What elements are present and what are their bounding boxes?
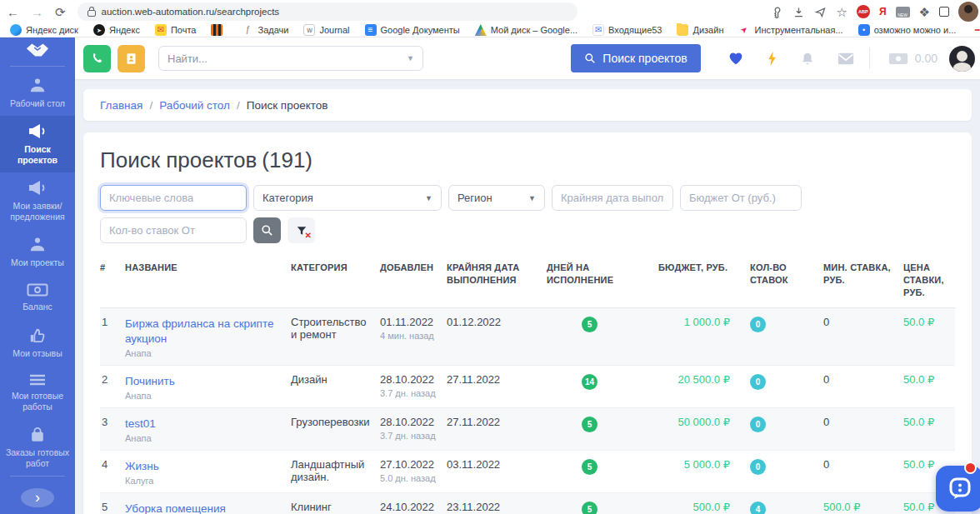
new-extension-icon[interactable]: NEW xyxy=(896,7,910,17)
window-icon[interactable] xyxy=(939,7,949,17)
search-icon xyxy=(261,224,273,237)
quick-search-select[interactable]: Найти... ▼ xyxy=(158,46,423,71)
bookmark-icon xyxy=(303,24,315,36)
bookmark-label: Journal xyxy=(319,25,349,35)
bookmark-icon xyxy=(211,24,222,36)
project-name-link[interactable]: test01 xyxy=(125,417,156,430)
megaphone-icon xyxy=(28,123,48,140)
banknote-icon xyxy=(27,282,48,297)
sidebar-item-orders-finished-works[interactable]: Заказы готовых работ xyxy=(0,419,75,476)
bookmark-item[interactable]: Яндекс xyxy=(93,24,140,36)
megaphone-icon xyxy=(28,180,48,197)
bookmark-item[interactable]: Инструментальная... xyxy=(738,24,842,36)
bookmark-label: Яндекс диск xyxy=(26,25,78,35)
sidebar-item-balance[interactable]: Баланс xyxy=(0,275,75,319)
boost-bolt-icon[interactable] xyxy=(767,51,778,67)
user-avatar[interactable] xyxy=(949,46,975,72)
back-icon[interactable]: ← xyxy=(7,6,19,18)
chevron-down-icon: ▼ xyxy=(522,194,536,202)
budget-value: 500.0 ₽ xyxy=(658,501,743,513)
bookmark-item[interactable]: Задачи xyxy=(242,24,288,36)
search-icon xyxy=(584,52,596,64)
apply-filters-button[interactable] xyxy=(253,217,281,243)
favorites-heart-icon[interactable] xyxy=(728,51,744,66)
added-ago: 4 мин. назад xyxy=(380,331,440,341)
chevron-down-icon: ▼ xyxy=(407,54,414,62)
clear-filters-button[interactable]: ✕ xyxy=(288,217,315,243)
budget-value: 50 000.0 ₽ xyxy=(658,416,743,428)
forward-icon[interactable]: → xyxy=(31,6,43,18)
balance-indicator[interactable]: 0.00 xyxy=(888,52,938,65)
sidebar-item-my-reviews[interactable]: Мои отзывы xyxy=(0,320,75,366)
address-book-icon xyxy=(125,52,138,65)
bookmark-item[interactable]: Google Документы xyxy=(365,24,460,36)
bookmark-item[interactable]: Journal xyxy=(303,24,349,36)
project-name-link[interactable]: Уборка помещения xyxy=(125,502,226,514)
bookmark-item[interactable]: Дизайн xyxy=(677,24,723,36)
bookmark-item[interactable]: Мой диск – Google... xyxy=(475,24,578,36)
project-name-link[interactable]: Жизнь xyxy=(125,460,159,472)
bookmark-icon xyxy=(858,24,870,36)
bookmark-label: Мой диск – Google... xyxy=(491,25,578,35)
bookmark-item[interactable]: Почта xyxy=(155,24,197,36)
bookmark-star-icon[interactable]: ☆ xyxy=(836,6,847,18)
notifications-bell-icon[interactable] xyxy=(800,51,815,67)
bookmark-icon xyxy=(10,24,22,36)
days-badge: 5 xyxy=(582,317,598,332)
project-name-link[interactable]: Биржа фриланса на скрипте аукцион xyxy=(125,317,273,345)
project-name-link[interactable]: Починить xyxy=(125,375,175,387)
project-city: Анапа xyxy=(125,433,284,443)
adblock-extension-icon[interactable]: ABP xyxy=(857,5,870,18)
bookmark-item[interactable]: Яндекс диск xyxy=(10,24,78,36)
table-row: 4 Жизнь Калуга Ландшафтный дизайн. 27.10… xyxy=(100,451,955,493)
results-count: (191) xyxy=(262,147,312,173)
extensions-puzzle-icon[interactable]: ❖ xyxy=(919,6,930,18)
app-logo[interactable] xyxy=(0,37,75,62)
sidebar: Рабочий стол Поиск проектов Мои заявки/п… xyxy=(0,37,75,514)
bookmark-item[interactable]: Мой марафон —... xyxy=(971,24,980,36)
keywords-input[interactable] xyxy=(100,185,247,211)
region-select[interactable]: Регион ▼ xyxy=(448,185,545,211)
sidebar-item-my-projects[interactable]: Мои проекты xyxy=(0,229,75,275)
sidebar-item-desktop[interactable]: Рабочий стол xyxy=(0,70,75,116)
bookmark-icon xyxy=(155,24,167,36)
deadline-input[interactable] xyxy=(552,185,673,211)
breadcrumb-desktop-link[interactable]: Рабочий стол xyxy=(159,99,230,112)
key-icon[interactable] xyxy=(771,6,783,18)
contacts-button[interactable] xyxy=(118,45,145,72)
bookmark-label: Дизайн xyxy=(692,25,723,35)
balance-amount: 0.00 xyxy=(915,52,938,65)
sidebar-item-my-bids[interactable]: Мои заявки/предложения xyxy=(0,172,75,229)
bookmark-item[interactable]: озможно можно и... xyxy=(858,24,957,36)
breadcrumb-home-link[interactable]: Главная xyxy=(100,99,142,112)
deadline-date: 27.11.2022 xyxy=(447,373,540,386)
yandex-extension-icon[interactable]: Я xyxy=(879,6,887,17)
category-select[interactable]: Категория ▼ xyxy=(253,185,442,211)
download-icon[interactable] xyxy=(792,6,805,18)
projects-table-body: 1 Биржа фриланса на скрипте аукцион Анап… xyxy=(100,308,955,514)
project-category: Грузоперевозки xyxy=(291,416,373,428)
share-icon[interactable] xyxy=(814,6,827,18)
days-badge: 14 xyxy=(582,374,598,390)
chat-widget-button[interactable] xyxy=(936,466,980,512)
budget-from-input[interactable] xyxy=(680,185,802,211)
bookmarks-bar: Яндекс диск Яндекс Почта Задачи xyxy=(0,23,980,37)
sidebar-divider xyxy=(10,476,65,477)
sidebar-item-my-finished-works[interactable]: Мои готовые работы xyxy=(0,366,75,419)
added-date: 01.11.2022 xyxy=(380,316,440,328)
sidebar-item-search-projects[interactable]: Поиск проектов xyxy=(0,116,75,172)
address-bar[interactable]: auction.web-automation.ru/searchprojects xyxy=(78,2,578,21)
bids-from-input[interactable] xyxy=(100,217,247,243)
messages-envelope-icon[interactable] xyxy=(838,52,854,65)
browser-profile-avatar[interactable] xyxy=(958,2,978,22)
reload-icon[interactable]: ⟳ xyxy=(55,6,66,18)
sidebar-collapse-button[interactable]: › xyxy=(21,488,54,507)
handshake-icon xyxy=(25,41,50,59)
project-category: Строительство и ремонт xyxy=(291,316,373,341)
days-badge: 5 xyxy=(582,502,598,514)
bids-count-badge: 4 xyxy=(750,502,766,514)
phone-button[interactable] xyxy=(83,45,111,72)
bookmark-item[interactable]: Входящие53 xyxy=(592,24,662,36)
bookmark-item[interactable] xyxy=(211,24,227,36)
search-projects-button[interactable]: Поиск проектов xyxy=(571,44,700,72)
